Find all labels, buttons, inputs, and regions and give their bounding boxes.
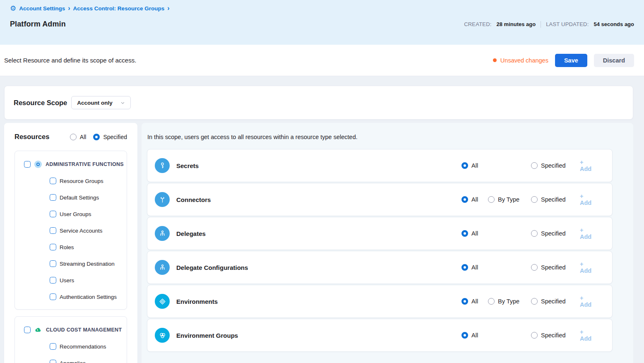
radio-specified-label: Specified [541,298,566,305]
radio-icon[interactable] [70,134,77,140]
group-administrative-functions: ADMINISTRATIVE FUNCTIONS Resource Groups… [14,151,127,310]
gear-badge-icon [34,161,42,168]
radio-specified[interactable]: Specified [531,230,580,237]
radio-specified[interactable]: Specified [531,196,580,203]
unsaved-label: Unsaved changes [500,57,548,64]
radio-all-label: All [471,264,478,271]
radio-specified[interactable]: Specified [531,162,580,169]
radio-icon[interactable] [531,298,538,305]
radio-specified[interactable]: Specified [531,332,580,339]
radio-all[interactable]: All [461,196,488,203]
radio-all-label: All [471,332,478,339]
sidebar-item-streaming-destination[interactable]: Streaming Destination [24,255,127,272]
sidebar-item-users[interactable]: Users [24,272,127,288]
radio-specified-label: Specified [541,230,566,237]
radio-all-label: All [471,298,478,305]
radio-all[interactable]: All [461,230,488,237]
item-label: Authentication Settings [60,294,117,300]
radio-all-label: All [471,230,478,237]
action-toolbar: Select Resource and define its scope of … [0,45,644,76]
radio-all[interactable]: All [461,264,488,271]
sidebar-item-default-settings[interactable]: Default Settings [24,189,127,206]
add-button[interactable]: + Add [580,261,596,274]
resources-radio-specified[interactable]: Specified [93,134,127,140]
add-button[interactable]: + Add [580,227,596,240]
resources-sidebar: Resources All Specified A [4,123,137,363]
checkbox[interactable] [50,194,56,201]
radio-icon[interactable] [531,162,538,169]
divider [541,21,541,28]
add-button[interactable]: + Add [580,329,596,342]
radio-all-label: All [471,196,478,203]
sidebar-item-service-accounts[interactable]: Service Accounts [24,222,127,239]
unsaved-dot-icon [493,58,497,62]
radio-icon[interactable] [461,196,468,203]
item-label: Streaming Destination [60,261,115,267]
chevron-down-icon [120,100,125,106]
radio-icon[interactable] [461,298,468,305]
radio-specified[interactable]: Specified [531,298,580,305]
checkbox[interactable] [50,277,56,284]
resource-row-secrets: Secrets All Specified + Add [147,149,613,182]
radio-icon[interactable] [531,332,538,339]
checkbox[interactable] [50,360,56,363]
updated-value: 54 seconds ago [594,21,634,27]
group-checkbox[interactable] [24,327,31,333]
radio-by-type[interactable]: By Type [488,196,531,203]
radio-icon[interactable] [461,162,468,169]
sidebar-item-authentication-settings[interactable]: Authentication Settings [24,288,127,305]
breadcrumb-account-settings[interactable]: Account Settings [19,5,65,12]
page-header: ⚙ Account Settings › Access Control: Res… [0,0,644,45]
radio-icon[interactable] [488,298,495,305]
radio-all[interactable]: All [461,332,488,339]
radio-icon[interactable] [488,196,495,203]
checkbox[interactable] [50,244,56,250]
radio-icon[interactable] [531,264,538,271]
radio-icon[interactable] [93,134,100,140]
checkbox[interactable] [50,260,56,267]
checkbox[interactable] [50,343,56,350]
key-icon [155,158,170,173]
breadcrumb-resource-groups[interactable]: Access Control: Resource Groups [73,5,165,12]
radio-specified-label: Specified [541,264,566,271]
page-title: Platform Admin [10,20,66,29]
checkbox[interactable] [50,211,56,217]
radio-all[interactable]: All [461,162,488,169]
sidebar-item-roles[interactable]: Roles [24,239,127,255]
created-value: 28 minutes ago [497,21,536,27]
radio-icon[interactable] [531,230,538,237]
save-button[interactable]: Save [555,54,587,67]
sidebar-item-resource-groups[interactable]: Resource Groups [24,173,127,189]
resource-scope-select[interactable]: Account only [71,96,131,109]
radio-by-type[interactable]: By Type [488,298,531,305]
sidebar-item-anomalies[interactable]: Anomalies [24,355,127,363]
checkbox[interactable] [50,293,56,300]
resource-row-environments: Environments All By Type Specified + Add [147,285,613,318]
unsaved-changes-indicator: Unsaved changes [493,57,548,64]
radio-specified[interactable]: Specified [531,264,580,271]
add-button[interactable]: + Add [580,193,596,206]
discard-button[interactable]: Discard [594,54,634,67]
radio-icon[interactable] [461,264,468,271]
group-checkbox[interactable] [24,161,31,168]
radio-all[interactable]: All [461,298,488,305]
group-label: ADMINISTRATIVE FUNCTIONS [46,161,124,167]
resource-scope-card: Resource Scope Account only [4,86,633,120]
resource-name: Connectors [176,196,211,203]
resources-radio-all[interactable]: All [70,134,87,140]
resource-name: Delegate Configurations [176,264,248,271]
radio-icon[interactable] [461,230,468,237]
sidebar-item-recommendations[interactable]: Recommendations [24,338,127,355]
radio-icon[interactable] [461,332,468,339]
cloud-dollar-icon: $ [34,326,42,334]
connector-icon [155,192,170,207]
environment-group-icon [155,328,170,343]
delegate-icon [155,260,170,275]
checkbox[interactable] [50,178,56,184]
radio-icon[interactable] [531,196,538,203]
sidebar-item-user-groups[interactable]: User Groups [24,206,127,222]
add-button[interactable]: + Add [580,295,596,308]
resource-row-connectors: Connectors All By Type Specified + Add [147,183,613,216]
checkbox[interactable] [50,227,56,234]
add-button[interactable]: + Add [580,159,596,172]
